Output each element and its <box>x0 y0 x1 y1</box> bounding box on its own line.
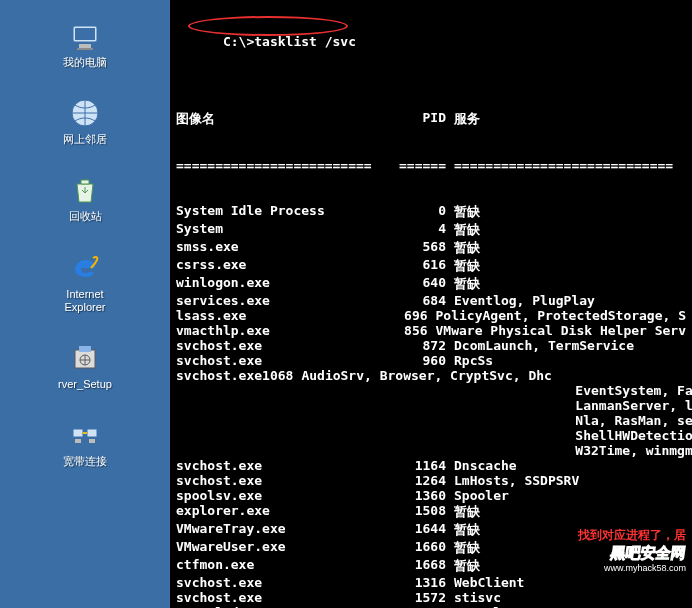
process-services: LmHosts, SSDPSRV <box>446 473 579 488</box>
process-image-name: svchost.exe <box>176 368 262 458</box>
desktop-icons: 我的电脑 网上邻居 回收站 Internet Explorer rver_Set… <box>0 20 170 468</box>
network-icon <box>69 97 101 129</box>
process-pid: 1360 <box>396 488 446 503</box>
process-row: svchost.exe1164Dnscache <box>176 458 686 473</box>
watermark-url: www.myhack58.com <box>578 563 686 573</box>
process-services: 暂缺 <box>446 503 480 521</box>
annotation-ellipse <box>188 16 348 36</box>
process-pid: 872 <box>396 338 446 353</box>
process-services: Spooler <box>446 488 509 503</box>
process-image-name: winlogon.exe <box>176 275 396 293</box>
desktop-icon-network[interactable]: 网上邻居 <box>50 97 120 146</box>
process-row: explorer.exe1508暂缺 <box>176 503 686 521</box>
process-image-name: System <box>176 221 396 239</box>
process-pid: 960 <box>396 353 446 368</box>
process-pid: 568 <box>396 239 446 257</box>
process-image-name: System Idle Process <box>176 203 396 221</box>
header-service: 服务 <box>446 110 480 128</box>
process-services: 暂缺 <box>446 203 480 221</box>
command-prompt-window[interactable]: C:\>tasklist /svc 图像名 PID 服务 ===========… <box>170 0 692 608</box>
process-services: 暂缺 <box>446 257 480 275</box>
process-row: spoolsv.exe1360Spooler <box>176 488 686 503</box>
desktop-icon-label: 回收站 <box>69 210 102 223</box>
desktop-icon-label: Internet Explorer <box>65 288 106 314</box>
annotation-text: 找到对应进程了，居 <box>578 527 686 544</box>
desktop-icon-my-computer[interactable]: 我的电脑 <box>50 20 120 69</box>
svg-rect-2 <box>79 44 91 48</box>
process-pid: 1660 <box>396 539 446 557</box>
svg-rect-8 <box>73 429 83 437</box>
desktop-icon-label: rver_Setup <box>58 378 112 391</box>
process-pid: 696 <box>381 308 428 323</box>
svg-rect-1 <box>75 28 95 40</box>
svg-rect-3 <box>77 48 93 50</box>
process-row: smss.exe568暂缺 <box>176 239 686 257</box>
table-header-row: 图像名 PID 服务 <box>176 110 686 128</box>
setup-icon <box>69 342 101 374</box>
desktop-icon-recycle[interactable]: 回收站 <box>50 174 120 223</box>
desktop-icon-broadband[interactable]: 宽带连接 <box>50 419 120 468</box>
process-image-name: svchost.exe <box>176 458 396 473</box>
process-services: 暂缺 <box>446 521 480 539</box>
process-image-name: VMwareUser.exe <box>176 539 396 557</box>
header-pid: PID <box>396 110 446 128</box>
process-pid: 1668 <box>396 557 446 575</box>
process-pid: 1316 <box>396 575 446 590</box>
process-row: lsass.exe696PolicyAgent, ProtectedStorag… <box>176 308 686 323</box>
watermark-text: 黑吧安全网 <box>577 544 688 563</box>
process-image-name: svchost.exe <box>176 590 396 605</box>
command-text: C:\>tasklist /svc <box>223 34 356 49</box>
process-image-name: svchost.exe <box>176 338 396 353</box>
broadband-icon <box>69 419 101 451</box>
ie-icon <box>69 252 101 284</box>
svg-rect-10 <box>75 439 81 443</box>
desktop-icon-label: 宽带连接 <box>63 455 107 468</box>
svg-rect-11 <box>89 439 95 443</box>
process-services: VMware Physical Disk Helper Serv <box>428 323 686 338</box>
process-image-name: smss.exe <box>176 239 396 257</box>
watermark: 找到对应进程了，居 黑吧安全网 www.myhack58.com <box>578 527 686 573</box>
process-image-name: lsass.exe <box>176 308 381 323</box>
process-row: winlogon.exe640暂缺 <box>176 275 686 293</box>
process-pid: 1164 <box>396 458 446 473</box>
process-image-name: csrss.exe <box>176 257 396 275</box>
svg-rect-6 <box>79 346 91 352</box>
process-services: DcomLaunch, TermService <box>446 338 634 353</box>
process-image-name: svchost.exe <box>176 575 396 590</box>
process-row: svchost.exe960RpcSs <box>176 353 686 368</box>
process-pid: 684 <box>396 293 446 308</box>
process-services: stisvc <box>446 590 501 605</box>
process-row: svchost.exe1316WebClient <box>176 575 686 590</box>
process-pid: 640 <box>396 275 446 293</box>
process-pid: 1508 <box>396 503 446 521</box>
process-image-name: services.exe <box>176 293 396 308</box>
command-prompt-line: C:\>tasklist /svc <box>192 19 356 79</box>
desktop-icon-label: 网上邻居 <box>63 133 107 146</box>
process-pid: 1644 <box>396 521 446 539</box>
process-pid: 0 <box>396 203 446 221</box>
process-services: Eventlog, PlugPlay <box>446 293 595 308</box>
process-row: vmacthlp.exe856VMware Physical Disk Help… <box>176 323 686 338</box>
process-services: 暂缺 <box>446 221 480 239</box>
process-image-name: explorer.exe <box>176 503 396 521</box>
process-pid: 1068 <box>262 368 293 458</box>
process-services: WebClient <box>446 575 524 590</box>
process-row: System Idle Process0暂缺 <box>176 203 686 221</box>
process-row: System4暂缺 <box>176 221 686 239</box>
process-image-name: svchost.exe <box>176 473 396 488</box>
process-services: 暂缺 <box>446 275 480 293</box>
process-image-name: vmacthlp.exe <box>176 323 381 338</box>
process-services: 暂缺 <box>446 539 480 557</box>
process-image-name: spoolsv.exe <box>176 488 396 503</box>
process-row: svchost.exe1068AudioSrv, Browser, CryptS… <box>176 368 686 458</box>
header-image: 图像名 <box>176 110 396 128</box>
process-image-name: VMwareTray.exe <box>176 521 396 539</box>
svg-rect-9 <box>87 429 97 437</box>
recycle-icon <box>69 174 101 206</box>
desktop-icon-ie[interactable]: Internet Explorer <box>50 252 120 314</box>
process-row: svchost.exe1264LmHosts, SSDPSRV <box>176 473 686 488</box>
process-row: svchost.exe1572stisvc <box>176 590 686 605</box>
process-image-name: ctfmon.exe <box>176 557 396 575</box>
process-pid: 4 <box>396 221 446 239</box>
desktop-icon-rver-setup[interactable]: rver_Setup <box>50 342 120 391</box>
